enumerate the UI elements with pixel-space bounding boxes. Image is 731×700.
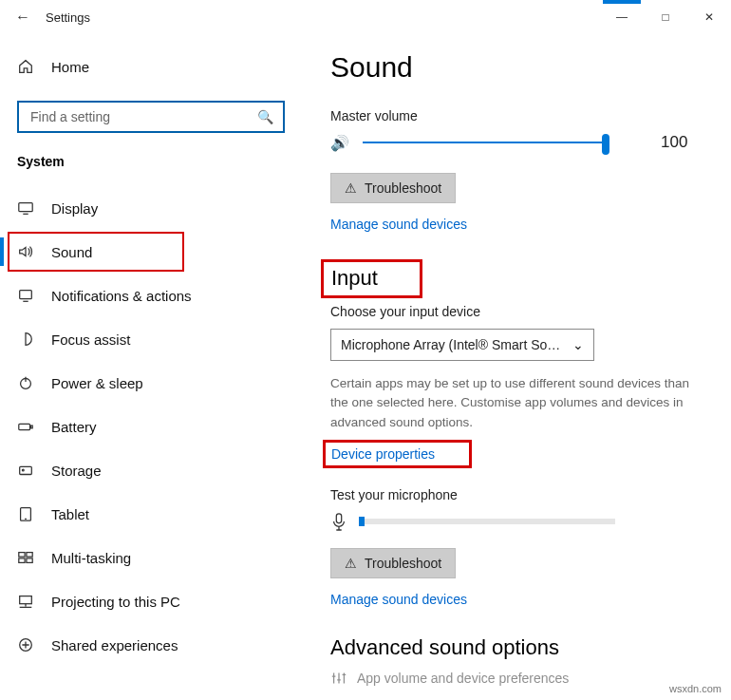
- sliders-icon: [330, 670, 347, 687]
- troubleshoot-label: Troubleshoot: [365, 180, 441, 196]
- volume-slider[interactable]: [363, 133, 609, 152]
- notifications-icon: [17, 287, 34, 304]
- sidebar-item-battery[interactable]: Battery: [0, 405, 302, 448]
- sidebar-item-label: Tablet: [51, 506, 89, 522]
- device-properties-link[interactable]: Device properties: [331, 446, 435, 462]
- sidebar-item-label: Sound: [51, 244, 92, 260]
- sidebar-item-storage[interactable]: Storage: [0, 448, 302, 492]
- troubleshoot-button[interactable]: ⚠ Troubleshoot: [330, 173, 456, 203]
- battery-icon: [17, 418, 34, 435]
- titlebar: ← Settings — □ ✕: [0, 0, 731, 34]
- svg-rect-11: [27, 558, 32, 563]
- sidebar-item-shared-experiences[interactable]: Shared experiences: [0, 623, 302, 667]
- svg-rect-14: [336, 514, 341, 523]
- sidebar-item-multitasking[interactable]: Multi-tasking: [0, 536, 302, 579]
- microphone-icon: [330, 512, 347, 531]
- input-device-combo[interactable]: Microphone Array (Intel® Smart So… ⌄: [330, 329, 594, 361]
- projecting-icon: [17, 593, 34, 610]
- focus-icon: [17, 331, 34, 348]
- chevron-down-icon: ⌄: [572, 337, 584, 352]
- troubleshoot-label: Troubleshoot: [365, 556, 441, 571]
- home-label: Home: [51, 59, 89, 75]
- accent-strip: [603, 0, 641, 4]
- sidebar-item-notifications[interactable]: Notifications & actions: [0, 274, 302, 317]
- search-icon: 🔍: [257, 109, 273, 124]
- home-nav[interactable]: Home: [17, 46, 285, 87]
- sidebar-nav: Display Sound Notifications & actions Fo…: [0, 186, 302, 667]
- sidebar-item-label: Storage: [51, 463, 102, 479]
- mic-level-bar: [359, 519, 615, 524]
- window-title: Settings: [46, 10, 90, 25]
- sidebar-item-label: Focus assist: [51, 331, 130, 348]
- sidebar-item-sound[interactable]: Sound: [0, 230, 302, 274]
- manage-sound-link[interactable]: Manage sound devices: [330, 217, 467, 232]
- multitasking-icon: [17, 549, 34, 566]
- tablet-icon: [17, 505, 34, 522]
- page-title: Sound: [330, 51, 708, 84]
- sound-icon: [17, 243, 34, 260]
- svg-rect-1: [20, 291, 32, 299]
- shared-icon: [17, 636, 34, 653]
- sidebar-item-label: Power & sleep: [51, 375, 143, 391]
- sidebar-item-power-sleep[interactable]: Power & sleep: [0, 361, 302, 405]
- sidebar-item-label: Display: [51, 200, 98, 217]
- svg-rect-4: [30, 426, 32, 428]
- sidebar-item-display[interactable]: Display: [0, 186, 302, 230]
- sidebar-item-label: Projecting to this PC: [51, 594, 180, 610]
- minimize-button[interactable]: —: [600, 0, 644, 34]
- storage-icon: [17, 462, 34, 479]
- sidebar-item-tablet[interactable]: Tablet: [0, 492, 302, 536]
- search-box[interactable]: 🔍: [17, 101, 285, 133]
- input-device-value: Microphone Array (Intel® Smart So…: [341, 337, 560, 352]
- sidebar-item-focus-assist[interactable]: Focus assist: [0, 317, 302, 361]
- svg-rect-9: [27, 553, 32, 558]
- sidebar-item-label: Notifications & actions: [51, 288, 192, 304]
- section-label: System: [17, 154, 285, 169]
- svg-rect-10: [19, 558, 25, 563]
- choose-input-label: Choose your input device: [330, 304, 708, 319]
- watermark: wsxdn.com: [669, 683, 722, 694]
- input-note: Certain apps may be set up to use differ…: [330, 374, 708, 432]
- manage-sound-link-2[interactable]: Manage sound devices: [330, 592, 467, 607]
- sidebar: Home 🔍 System Display Sound Notification…: [0, 34, 302, 700]
- warning-icon: ⚠: [345, 556, 357, 571]
- test-mic-label: Test your microphone: [330, 487, 708, 502]
- home-icon: [17, 58, 34, 75]
- master-volume-label: Master volume: [330, 108, 708, 123]
- advanced-heading: Advanced sound options: [330, 635, 708, 660]
- speaker-icon: 🔊: [330, 134, 349, 152]
- svg-point-6: [22, 469, 24, 471]
- search-input[interactable]: [28, 108, 257, 125]
- sidebar-item-label: Multi-tasking: [51, 550, 131, 566]
- sidebar-item-label: Shared experiences: [51, 637, 178, 653]
- app-volume-item[interactable]: App volume and device preferences: [330, 670, 708, 687]
- volume-value: 100: [661, 133, 687, 152]
- power-icon: [17, 374, 34, 391]
- sidebar-item-projecting[interactable]: Projecting to this PC: [0, 579, 302, 623]
- close-button[interactable]: ✕: [687, 0, 731, 34]
- svg-rect-8: [19, 553, 25, 558]
- main-panel: Sound Master volume 🔊 100 ⚠ Troubleshoot…: [302, 34, 731, 700]
- app-volume-label: App volume and device preferences: [357, 671, 569, 686]
- display-icon: [17, 199, 34, 217]
- svg-rect-3: [19, 424, 30, 429]
- warning-icon: ⚠: [345, 180, 357, 196]
- svg-rect-5: [20, 466, 32, 474]
- maximize-button[interactable]: □: [644, 0, 687, 34]
- troubleshoot-mic-button[interactable]: ⚠ Troubleshoot: [330, 548, 456, 578]
- sidebar-item-label: Battery: [51, 419, 97, 435]
- svg-rect-0: [19, 203, 32, 212]
- back-button[interactable]: ←: [15, 9, 46, 26]
- input-heading: Input: [330, 266, 422, 291]
- svg-rect-12: [20, 596, 32, 604]
